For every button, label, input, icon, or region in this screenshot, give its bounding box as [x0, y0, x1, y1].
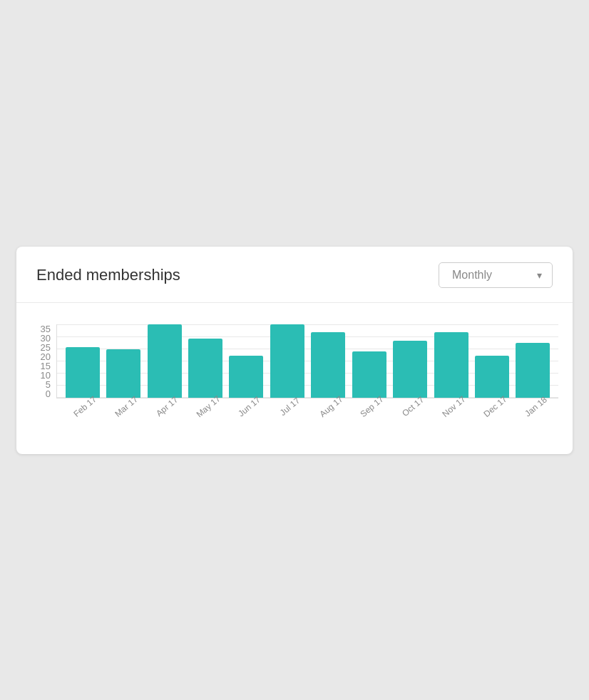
- y-axis-label: 20: [31, 352, 51, 361]
- y-axis-label: 15: [31, 361, 51, 371]
- bar[interactable]: [270, 324, 304, 398]
- x-label-item: Mar 17: [105, 398, 142, 440]
- dropdown-selected-label: Monthly: [452, 269, 492, 282]
- x-label-item: Apr 17: [145, 398, 183, 440]
- bar[interactable]: [516, 343, 550, 398]
- bar[interactable]: [352, 351, 386, 398]
- y-axis: 05101520253035: [31, 324, 56, 440]
- x-label-item: Dec 17: [473, 398, 511, 440]
- bar-group[interactable]: [351, 324, 387, 398]
- bar[interactable]: [434, 332, 468, 397]
- bar-group[interactable]: [391, 324, 428, 398]
- chevron-down-icon: ▾: [537, 269, 542, 281]
- chart-container: 05101520253035 Feb 17Mar 17Apr 17May 17J…: [31, 324, 558, 440]
- x-label-item: Oct 17: [391, 398, 429, 440]
- x-label-item: Jul 17: [269, 398, 306, 440]
- card-header: Ended memberships Monthly ▾: [16, 247, 573, 303]
- bar[interactable]: [148, 324, 182, 398]
- x-label-item: Sep 17: [351, 398, 388, 440]
- x-label-item: Feb 17: [63, 398, 101, 440]
- ended-memberships-card: Ended memberships Monthly ▾ 051015202530…: [16, 247, 573, 454]
- bar[interactable]: [66, 347, 100, 398]
- bar-group[interactable]: [473, 324, 510, 398]
- y-axis-label: 35: [31, 324, 51, 334]
- y-axis-label: 30: [31, 334, 51, 343]
- y-axis-label: 0: [31, 389, 51, 398]
- bar[interactable]: [188, 339, 222, 397]
- y-axis-label: 10: [31, 371, 51, 380]
- bar[interactable]: [106, 349, 140, 398]
- chart-area: 05101520253035 Feb 17Mar 17Apr 17May 17J…: [16, 303, 573, 454]
- bar-group[interactable]: [187, 324, 223, 398]
- bar[interactable]: [393, 341, 427, 397]
- bar-group[interactable]: [269, 324, 305, 398]
- bar-group[interactable]: [310, 324, 347, 398]
- bars-area: [56, 324, 558, 398]
- y-axis-label: 5: [31, 380, 51, 389]
- x-label-item: Jan 18: [515, 398, 552, 440]
- bar-group[interactable]: [146, 324, 183, 398]
- card-title: Ended memberships: [36, 266, 180, 284]
- bar[interactable]: [475, 356, 509, 398]
- x-labels-container: Feb 17Mar 17Apr 17May 17Jun 17Jul 17Aug …: [56, 398, 558, 440]
- bar-group[interactable]: [515, 324, 551, 398]
- bar-group[interactable]: [433, 324, 469, 398]
- x-label-item: Aug 17: [309, 398, 347, 440]
- x-label-item: Jun 17: [227, 398, 265, 440]
- bar-group[interactable]: [64, 324, 101, 398]
- bar-group[interactable]: [105, 324, 141, 398]
- bar[interactable]: [229, 356, 263, 398]
- bars-row: [57, 324, 558, 398]
- x-label-item: Nov 17: [433, 398, 470, 440]
- period-dropdown[interactable]: Monthly ▾: [439, 262, 553, 288]
- bar-group[interactable]: [228, 324, 265, 398]
- y-axis-label: 25: [31, 343, 51, 352]
- x-axis-label: Jul 17: [278, 395, 302, 417]
- chart-inner: Feb 17Mar 17Apr 17May 17Jun 17Jul 17Aug …: [56, 324, 558, 440]
- x-label-item: May 17: [187, 398, 224, 440]
- bar[interactable]: [311, 332, 345, 397]
